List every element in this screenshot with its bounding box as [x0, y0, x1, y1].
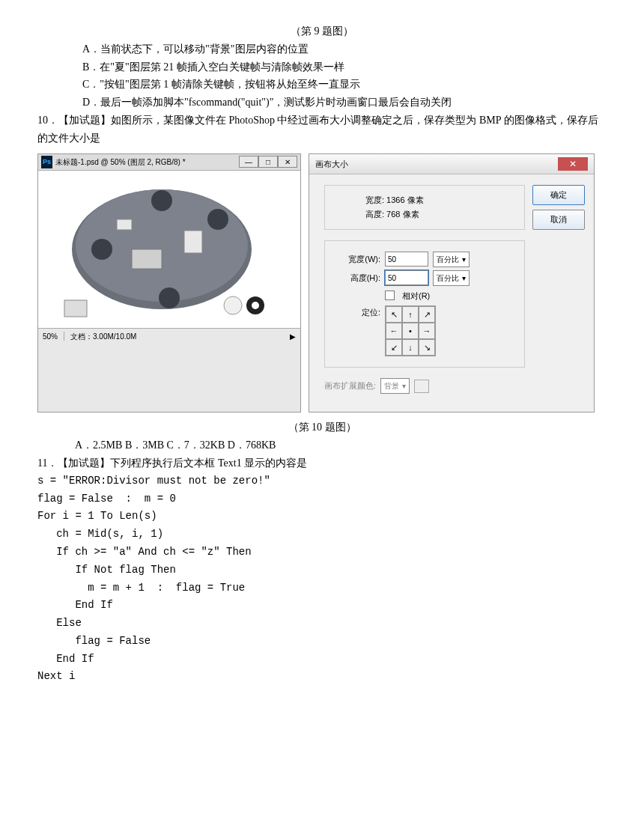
ps-canvas [38, 171, 300, 328]
svg-point-3 [151, 190, 172, 211]
q10-options: A．2.5MB B．3MB C．7．32KB D．768KB [37, 436, 607, 454]
ps-status-arrow-icon[interactable]: ▶ [290, 330, 296, 343]
current-size-group: 宽度: 1366 像素 高度: 768 像素 [324, 185, 525, 229]
chevron-down-icon: ▾ [402, 380, 406, 392]
relative-label: 相对(R) [402, 289, 430, 303]
ps-app-icon: Ps [41, 156, 52, 168]
ps-doc-size: 文档：3.00M/10.0M [70, 330, 136, 343]
svg-rect-9 [117, 219, 132, 230]
width-unit-dropdown[interactable]: 百分比 ▾ [433, 252, 470, 267]
svg-rect-7 [132, 249, 162, 269]
cancel-button[interactable]: 取消 [532, 210, 585, 230]
svg-rect-13 [64, 300, 87, 317]
anchor-label: 定位: [335, 305, 380, 320]
ps-zoom[interactable]: 50% [43, 330, 58, 343]
height-unit-dropdown[interactable]: 百分比 ▾ [433, 270, 470, 286]
q10-caption: （第 10 题图） [37, 418, 607, 436]
q11-code: s = "ERROR:Divisor must not be zero!" fl… [37, 472, 607, 687]
maximize-button[interactable]: □ [258, 156, 278, 168]
close-icon[interactable]: ✕ [558, 157, 588, 171]
chevron-down-icon: ▾ [462, 253, 466, 266]
ps-titlebar: Ps 未标题-1.psd @ 50% (图层 2, RGB/8) * — □ ✕ [38, 154, 300, 171]
width-unit-value: 百分比 [437, 253, 459, 266]
q9-option-b: B．在"夏"图层第 21 帧插入空白关键帧与清除帧效果一样 [37, 58, 607, 76]
dialog-title: 画布大小 [315, 157, 348, 171]
q10-figure-row: Ps 未标题-1.psd @ 50% (图层 2, RGB/8) * — □ ✕ [37, 153, 607, 413]
ext-color-dropdown: 背景 ▾ [380, 378, 410, 394]
meeting-illustration [57, 174, 282, 324]
current-height: 高度: 768 像素 [335, 207, 514, 222]
width-input[interactable]: 50 [385, 252, 428, 267]
ps-document-title: 未标题-1.psd @ 50% (图层 2, RGB/8) * [55, 156, 186, 168]
relative-checkbox[interactable] [385, 290, 395, 300]
width-label: 宽度(W): [335, 252, 380, 267]
ext-color-swatch [414, 380, 429, 393]
new-size-group: 宽度(W): 50 百分比 ▾ 高度(H): 50 百分比 ▾ [324, 240, 525, 368]
svg-point-6 [207, 209, 228, 230]
close-button[interactable]: ✕ [278, 156, 297, 168]
ps-status-bar: 50% 文档：3.00M/10.0M ▶ [38, 328, 300, 344]
height-unit-value: 百分比 [437, 272, 459, 284]
svg-point-5 [159, 287, 180, 308]
q10-stem: 10．【加试题】如图所示，某图像文件在 PhotoShop 中经过画布大小调整确… [37, 112, 607, 147]
ext-color-value: 背景 [384, 380, 399, 392]
q9-option-d: D．最后一帧添加脚本"fscommand("quit")"，测试影片时动画窗口最… [37, 94, 607, 112]
minimize-button[interactable]: — [239, 156, 258, 168]
svg-point-10 [224, 296, 242, 314]
q11-stem: 11．【加试题】下列程序执行后文本框 Text1 显示的内容是 [37, 454, 607, 472]
chevron-down-icon: ▾ [462, 272, 466, 284]
dialog-titlebar: 画布大小 ✕ [309, 154, 594, 175]
photoshop-window: Ps 未标题-1.psd @ 50% (图层 2, RGB/8) * — □ ✕ [37, 153, 301, 413]
anchor-grid[interactable]: ↖↑↗ ←•→ ↙↓↘ [385, 305, 436, 356]
height-label: 高度(H): [335, 271, 380, 285]
height-input[interactable]: 50 [385, 270, 428, 285]
ok-button[interactable]: 确定 [532, 185, 585, 205]
canvas-size-dialog: 画布大小 ✕ 宽度: 1366 像素 高度: 768 像素 宽度(W): 50 … [309, 153, 595, 413]
svg-rect-8 [184, 231, 202, 253]
svg-point-4 [91, 239, 112, 260]
q9-option-a: A．当前状态下，可以移动"背景"图层内容的位置 [37, 40, 607, 58]
current-width: 宽度: 1366 像素 [335, 193, 514, 207]
q9-option-c: C．"按钮"图层第 1 帧清除关键帧，按钮将从始至终一直显示 [37, 76, 607, 94]
q9-caption: （第 9 题图） [37, 22, 607, 40]
ext-color-label: 画布扩展颜色: [324, 379, 376, 393]
svg-point-12 [252, 302, 259, 309]
